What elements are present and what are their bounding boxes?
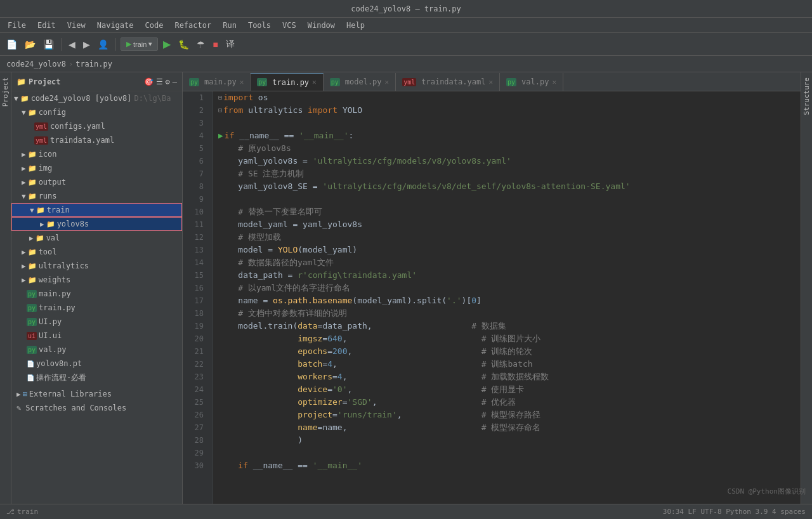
tree-val-py[interactable]: py val.py [11, 343, 182, 357]
tab-model-py-close[interactable]: ✕ [385, 78, 390, 86]
line-number-16: 16 [183, 282, 207, 294]
locate-icon[interactable]: 🎯 [144, 77, 154, 86]
tree-train-folder[interactable]: ▼ 📁 train [11, 203, 182, 217]
tree-output-folder[interactable]: ▶ 📁 output [11, 175, 182, 189]
token-comment: # 以yaml文件的名字进行命名 [218, 282, 350, 294]
tab-val-py-close[interactable]: ✕ [552, 78, 556, 86]
menu-tools[interactable]: Tools [243, 20, 276, 31]
breadcrumb-file[interactable]: train.py [75, 60, 112, 69]
forward-btn[interactable]: ▶ [81, 38, 93, 51]
tree-workflow[interactable]: 📄 操作流程-必看 [11, 371, 182, 384]
train-py-label: train.py [39, 303, 75, 312]
menu-navigate[interactable]: Navigate [92, 20, 139, 31]
root-folder-icon: 📁 [20, 95, 29, 103]
token-var: = [343, 396, 348, 409]
tab-main-py[interactable]: py main.py ✕ [183, 73, 251, 91]
token-var: , [348, 345, 353, 358]
debug-btn[interactable]: 🐛 [176, 38, 192, 51]
code-line-11: model_yaml = yaml_yolov8s [218, 218, 801, 231]
tree-traindata-yaml[interactable]: yml traindata.yaml [11, 133, 182, 147]
tab-train-py[interactable]: py train.py ✕ [251, 73, 323, 91]
menu-view[interactable]: View [62, 20, 91, 31]
separator-2 [115, 38, 116, 51]
new-file-btn[interactable]: 📄 [4, 38, 20, 51]
tab-main-py-close[interactable]: ✕ [240, 78, 244, 86]
tab-traindata-yaml[interactable]: yml traindata.yaml ✕ [396, 73, 500, 91]
token-str: r'config\traindata.yaml' [292, 269, 417, 282]
menu-code[interactable]: Code [140, 20, 169, 31]
code-line-20: imgsz=640, # 训练图片大小 [218, 332, 801, 345]
menu-help[interactable]: Help [341, 20, 370, 31]
menu-run[interactable]: Run [218, 20, 242, 31]
root-expand-icon: ▼ [14, 95, 18, 103]
configs-yaml-icon: yml [34, 122, 48, 131]
breadcrumb-root[interactable]: code24_yolov8 [6, 60, 66, 69]
open-btn[interactable]: 📂 [22, 38, 38, 51]
token-comment: # 模型保存路径 [402, 409, 541, 421]
code-line-22: batch=4, # 训练batch [218, 358, 801, 371]
token-param: device [218, 383, 327, 396]
toolbar: 📄 📂 💾 ◀ ▶ 👤 ▶ train ▾ ▶ 🐛 ☂ ■ 译 [0, 33, 812, 56]
structure-tab[interactable]: Structure [801, 72, 812, 121]
menu-edit[interactable]: Edit [32, 20, 61, 31]
tree-ultralytics-folder[interactable]: ▶ 📁 ultralytics [11, 259, 182, 273]
tree-runs-folder[interactable]: ▼ 📁 runs [11, 189, 182, 203]
tab-traindata-yaml-label: traindata.yaml [421, 77, 485, 86]
token-str: '0' [332, 383, 347, 396]
code-editor[interactable]: 1234567891011121314151617181920212223242… [183, 91, 801, 504]
tree-main-py[interactable]: py main.py [11, 287, 182, 301]
run-config-btn[interactable]: ▶ train ▾ [121, 37, 158, 51]
token-num: 640 [327, 332, 342, 345]
tree-yolov8n-pt[interactable]: 📄 yolov8n.pt [11, 357, 182, 371]
tree-weights-folder[interactable]: ▶ 📁 weights [11, 273, 182, 287]
tree-root[interactable]: ▼ 📁 code24_yolov8 [yolov8] D:\lg\Ba [11, 91, 182, 105]
line-number-24: 24 [183, 383, 207, 396]
tree-ui-py[interactable]: py UI.py [11, 315, 182, 329]
token-var: , [332, 358, 337, 371]
project-tab-label[interactable]: Project [0, 72, 11, 112]
tab-traindata-yaml-close[interactable]: ✕ [488, 78, 493, 86]
code-content[interactable]: ⊟import os⊟from ultralytics import YOLO▶… [213, 91, 801, 504]
tree-ui-ui[interactable]: ui UI.ui [11, 329, 182, 343]
token-var: yaml_yolov8s [298, 218, 362, 231]
tree-external-libraries[interactable]: ▶ ⊞ External Libraries [11, 387, 182, 401]
collapse-icon[interactable]: ☰ [156, 77, 163, 86]
coverage-btn[interactable]: ☂ [194, 38, 207, 51]
tree-scratches[interactable]: ✎ Scratches and Consoles [11, 401, 182, 415]
settings-icon[interactable]: ⚙ [166, 77, 170, 86]
translate-btn[interactable]: 译 [223, 37, 237, 51]
token-var: model.train( [218, 320, 298, 332]
recent-files-btn[interactable]: 👤 [95, 38, 111, 51]
tree-configs-yaml[interactable]: yml configs.yaml [11, 119, 182, 133]
tree-train-py[interactable]: py train.py [11, 301, 182, 315]
tab-model-py-label: model.py [345, 77, 382, 86]
menu-file[interactable]: File [3, 20, 31, 31]
ui-ui-icon: ui [27, 332, 37, 340]
line-number-22: 22 [183, 358, 207, 371]
line-number-8: 8 [183, 180, 207, 193]
tab-main-py-label: main.py [204, 77, 237, 86]
tree-icon-folder[interactable]: ▶ 📁 icon [11, 147, 182, 161]
menu-refactor[interactable]: Refactor [169, 20, 216, 31]
tree-yolov8s-folder[interactable]: ▶ 📁 yolov8s [11, 217, 182, 231]
menu-vcs[interactable]: VCS [277, 20, 301, 31]
menu-window[interactable]: Window [303, 20, 340, 31]
stop-btn[interactable]: ■ [210, 38, 220, 51]
run-btn[interactable]: ▶ [160, 37, 173, 51]
tree-img-folder[interactable]: ▶ 📁 img [11, 161, 182, 175]
tree-config[interactable]: ▼ 📁 config [11, 105, 182, 119]
tab-model-py[interactable]: py model.py ✕ [324, 73, 396, 91]
line-number-11: 11 [183, 218, 207, 231]
tree-tool-folder[interactable]: ▶ 📁 tool [11, 245, 182, 259]
token-num: 4 [337, 371, 343, 383]
token-var: __name__ [248, 459, 298, 472]
yolov8s-expand-icon: ▶ [40, 220, 44, 228]
save-btn[interactable]: 💾 [41, 38, 56, 51]
tab-train-py-close[interactable]: ✕ [312, 78, 317, 86]
back-btn[interactable]: ◀ [66, 38, 78, 51]
hide-icon[interactable]: — [173, 77, 177, 86]
tab-val-py[interactable]: py val.py ✕ [500, 73, 563, 91]
token-var: = [288, 269, 293, 282]
code-line-24: device='0', # 使用显卡 [218, 383, 801, 396]
tree-val-folder[interactable]: ▶ 📁 val [11, 231, 182, 245]
